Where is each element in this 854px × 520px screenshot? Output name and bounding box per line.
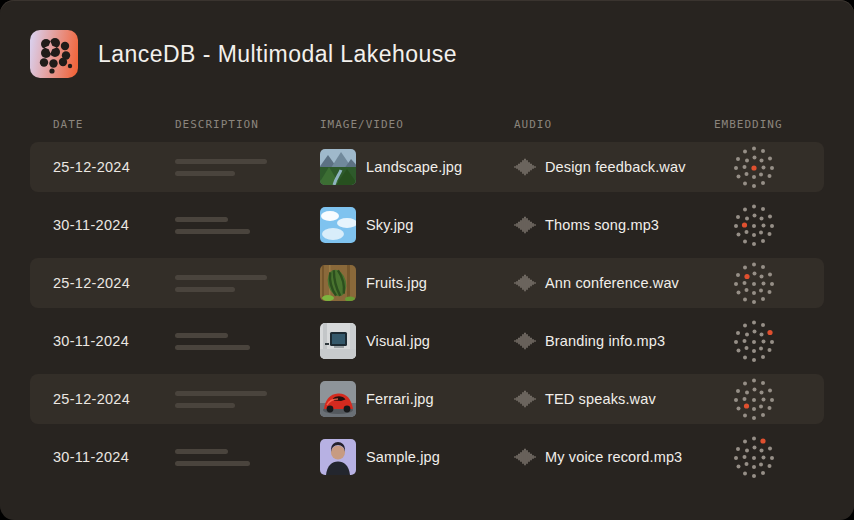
description-skeleton — [175, 159, 320, 176]
column-header-date: DATE — [53, 118, 175, 131]
description-skeleton — [175, 333, 320, 350]
table-row[interactable]: 30-11-2024 Sky.jpg — [30, 200, 824, 250]
app-header: LanceDB - Multimodal Lakehouse — [30, 30, 457, 78]
image-filename: Sky.jpg — [366, 217, 414, 233]
page-title: LanceDB - Multimodal Lakehouse — [98, 41, 457, 68]
lancedb-logo-icon — [30, 30, 78, 78]
thumbnail-ferrari[interactable] — [320, 381, 356, 417]
waveform-icon — [514, 390, 536, 408]
audio-filename: Design feedback.wav — [545, 159, 686, 175]
skeleton-bar — [175, 171, 235, 176]
table-row[interactable]: 30-11-2024 — [30, 316, 824, 366]
audio-cell: TED speaks.wav — [514, 390, 714, 408]
image-cell: Sample.jpg — [320, 439, 514, 475]
table-header-row: DATE DESCRIPTION IMAGE/VIDEO AUDIO EMBED… — [30, 112, 824, 136]
date-cell: 25-12-2024 — [53, 159, 175, 175]
embedding-dot-cluster — [714, 317, 824, 365]
audio-filename: Thoms song.mp3 — [545, 217, 659, 233]
date-cell: 30-11-2024 — [53, 217, 175, 233]
date-cell: 25-12-2024 — [53, 275, 175, 291]
image-filename: Fruits.jpg — [366, 275, 427, 291]
date-cell: 30-11-2024 — [53, 449, 175, 465]
image-cell: Ferrari.jpg — [320, 381, 514, 417]
column-header-image-video: IMAGE/VIDEO — [320, 118, 514, 131]
thumbnail-landscape[interactable] — [320, 149, 356, 185]
table-row[interactable]: 25-12-2024 — [30, 258, 824, 308]
image-cell: Sky.jpg — [320, 207, 514, 243]
skeleton-bar — [175, 403, 235, 408]
table-body: 25-12-2024 — [30, 142, 824, 490]
skeleton-bar — [175, 391, 267, 396]
image-filename: Sample.jpg — [366, 449, 440, 465]
waveform-icon — [514, 332, 536, 350]
description-skeleton — [175, 217, 320, 234]
app-window: LanceDB - Multimodal Lakehouse DATE DESC… — [0, 0, 854, 520]
skeleton-bar — [175, 345, 250, 350]
audio-cell: Design feedback.wav — [514, 158, 714, 176]
skeleton-bar — [175, 229, 250, 234]
thumbnail-sky[interactable] — [320, 207, 356, 243]
image-filename: Landscape.jpg — [366, 159, 462, 175]
thumbnail-visual[interactable] — [320, 323, 356, 359]
skeleton-bar — [175, 287, 235, 292]
embedding-dot-cluster — [714, 433, 824, 481]
audio-filename: Ann conference.wav — [545, 275, 679, 291]
embedding-dot-cluster — [714, 201, 824, 249]
date-cell: 25-12-2024 — [53, 391, 175, 407]
column-header-audio: AUDIO — [514, 118, 714, 131]
table-row[interactable]: 30-11-2024 Sample.jpg — [30, 432, 824, 482]
image-filename: Ferrari.jpg — [366, 391, 434, 407]
skeleton-bar — [175, 461, 250, 466]
audio-filename: TED speaks.wav — [545, 391, 656, 407]
date-cell: 30-11-2024 — [53, 333, 175, 349]
image-filename: Visual.jpg — [366, 333, 430, 349]
audio-filename: My voice record.mp3 — [545, 449, 682, 465]
table-row[interactable]: 25-12-2024 — [30, 142, 824, 192]
image-cell: Visual.jpg — [320, 323, 514, 359]
description-skeleton — [175, 449, 320, 466]
audio-cell: Ann conference.wav — [514, 274, 714, 292]
skeleton-bar — [175, 275, 267, 280]
waveform-icon — [514, 274, 536, 292]
table-row[interactable]: 25-12-2024 — [30, 374, 824, 424]
audio-cell: Thoms song.mp3 — [514, 216, 714, 234]
skeleton-bar — [175, 333, 228, 338]
description-skeleton — [175, 391, 320, 408]
image-cell: Fruits.jpg — [320, 265, 514, 301]
waveform-icon — [514, 216, 536, 234]
waveform-icon — [514, 448, 536, 466]
waveform-icon — [514, 158, 536, 176]
thumbnail-fruits[interactable] — [320, 265, 356, 301]
thumbnail-sample-portrait[interactable] — [320, 439, 356, 475]
column-header-description: DESCRIPTION — [175, 118, 320, 131]
embedding-dot-cluster — [714, 143, 824, 191]
skeleton-bar — [175, 217, 228, 222]
description-skeleton — [175, 275, 320, 292]
image-cell: Landscape.jpg — [320, 149, 514, 185]
embedding-dot-cluster — [714, 375, 824, 423]
audio-filename: Branding info.mp3 — [545, 333, 665, 349]
skeleton-bar — [175, 449, 228, 454]
audio-cell: Branding info.mp3 — [514, 332, 714, 350]
skeleton-bar — [175, 159, 267, 164]
embedding-dot-cluster — [714, 259, 824, 307]
audio-cell: My voice record.mp3 — [514, 448, 714, 466]
column-header-embedding: EMBEDDING — [714, 118, 824, 131]
